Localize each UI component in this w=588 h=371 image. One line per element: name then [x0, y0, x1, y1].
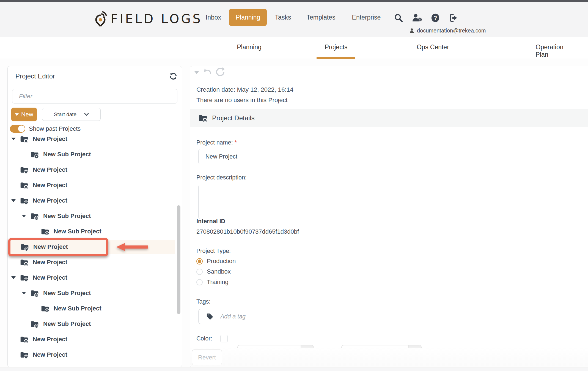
tab-planning[interactable]: Planning — [237, 43, 262, 51]
required-asterisk: * — [235, 139, 237, 146]
folder-settings-icon — [30, 289, 39, 297]
tree-item[interactable]: New Project — [8, 131, 182, 147]
caret-down-icon[interactable] — [22, 292, 26, 294]
nav-tasks[interactable]: Tasks — [274, 9, 292, 26]
folder-settings-icon — [30, 212, 39, 220]
creation-date: Creation date: May 12, 2022, 16:14 — [196, 84, 293, 95]
tree-item-label: New Project — [33, 135, 67, 143]
highlight-arrow-icon — [116, 242, 149, 252]
tree-item-label: New Project — [33, 182, 67, 189]
tree-item[interactable]: New Sub Project — [8, 301, 182, 316]
section-title: Project Details — [212, 114, 255, 122]
logout-icon[interactable] — [448, 13, 459, 23]
sort-select[interactable]: Start date — [42, 108, 101, 121]
nav-templates[interactable]: Templates — [305, 9, 337, 26]
folder-settings-icon — [20, 166, 29, 174]
chevron-down-icon — [84, 113, 89, 116]
nav-planning[interactable]: Planning — [229, 9, 267, 26]
tree-item[interactable]: New Project — [8, 178, 182, 193]
folder-settings-icon — [20, 258, 29, 266]
nav-inbox[interactable]: Inbox — [205, 9, 222, 26]
folder-settings-icon — [20, 135, 29, 143]
caret-down-icon[interactable] — [11, 276, 16, 279]
app-root: FIELD LOGS Inbox Planning Tasks Template… — [0, 0, 588, 371]
tree-item[interactable]: New Sub Project — [8, 208, 182, 224]
user-account[interactable]: documentation@trekea.com — [409, 28, 486, 34]
radio-button-icon — [196, 269, 203, 275]
caret-down-icon[interactable] — [11, 138, 16, 140]
folder-settings-icon — [40, 228, 50, 236]
help-icon[interactable]: ? — [431, 13, 440, 23]
nav-enterprise[interactable]: Enterprise — [350, 9, 383, 26]
project-type-group: Production Sandbox Training — [196, 256, 236, 287]
no-users-message: There are no users in this Project — [196, 95, 293, 105]
tree-scrollbar[interactable] — [177, 205, 180, 314]
app-header: FIELD LOGS Inbox Planning Tasks Template… — [0, 2, 588, 37]
color-picker[interactable] — [220, 335, 228, 342]
tree-item[interactable]: New Project — [8, 240, 175, 254]
tree-item[interactable]: New Sub Project — [8, 224, 182, 239]
project-name-input[interactable]: New Project — [198, 149, 588, 164]
folder-settings-icon — [20, 351, 29, 359]
tab-ops-center[interactable]: Ops Center — [417, 43, 449, 51]
project-description-textarea[interactable] — [198, 185, 588, 219]
radio-button-icon — [196, 279, 203, 285]
logo-text: FIELD LOGS — [111, 12, 202, 26]
tree-item[interactable]: New Project — [8, 332, 182, 347]
form-footer: Revert — [190, 348, 588, 367]
tree-item-label: New Sub Project — [43, 212, 91, 220]
radio-production[interactable]: Production — [196, 256, 236, 266]
tree-item-label: New Project — [33, 197, 67, 204]
new-project-button[interactable]: New — [11, 108, 37, 121]
radio-label: Training — [207, 279, 229, 286]
tree-item[interactable]: New Sub Project — [8, 285, 182, 301]
folder-settings-icon — [40, 305, 50, 313]
caret-down-icon[interactable] — [194, 71, 199, 74]
radio-label: Production — [207, 258, 236, 265]
filter-placeholder: Filter — [19, 93, 32, 100]
tab-projects[interactable]: Projects — [325, 43, 347, 51]
refresh-icon[interactable] — [169, 72, 177, 80]
folder-settings-icon — [30, 151, 39, 159]
tree-item-label: New Sub Project — [43, 290, 91, 297]
tab-operation-plan[interactable]: Operation Plan — [536, 43, 571, 58]
window-top-bar — [0, 0, 588, 2]
svg-text:?: ? — [434, 15, 437, 21]
app-logo[interactable]: FIELD LOGS — [95, 11, 202, 26]
tree-item[interactable]: New Project — [8, 162, 182, 178]
tree-item[interactable]: New Project — [8, 347, 182, 362]
revert-button[interactable]: Revert — [192, 350, 222, 365]
new-button-label: New — [21, 111, 33, 118]
project-name-value: New Project — [205, 153, 237, 160]
folder-settings-icon — [20, 197, 29, 205]
tree-item[interactable]: New Sub Project — [8, 316, 182, 332]
tags-label: Tags: — [196, 298, 210, 305]
radio-sandbox[interactable]: Sandbox — [196, 266, 236, 277]
tree-item-label: New Project — [33, 243, 68, 250]
tree-item-label: New Project — [33, 259, 67, 266]
tree-item-label: New Project — [33, 336, 67, 343]
caret-down-icon[interactable] — [22, 215, 26, 217]
tree-item-label: New Sub Project — [43, 151, 91, 158]
project-name-label: Project name:* — [196, 139, 237, 146]
color-label: Color: — [196, 335, 212, 342]
caret-down-icon[interactable] — [11, 199, 16, 202]
panel-header: Project Editor — [8, 66, 182, 86]
folder-settings-icon — [20, 181, 29, 189]
tree-item[interactable]: New Project — [8, 270, 182, 285]
tree-item[interactable]: New Project — [8, 193, 182, 208]
redo-icon[interactable] — [215, 67, 226, 77]
user-settings-icon[interactable] — [410, 13, 424, 23]
tree-item[interactable]: New Project — [8, 255, 182, 270]
undo-icon[interactable] — [202, 67, 213, 77]
project-type-label: Project Type: — [196, 248, 231, 255]
folder-settings-icon — [20, 243, 29, 251]
tags-input[interactable]: Add a tag — [198, 309, 588, 324]
filter-input[interactable]: Filter — [12, 89, 177, 103]
radio-training[interactable]: Training — [196, 277, 236, 287]
search-icon[interactable] — [394, 13, 403, 23]
internal-id-label: Internal ID — [196, 218, 225, 225]
tree-item[interactable]: New Sub Project — [8, 147, 182, 162]
internal-id-value: 270802801b10b0f90737dd65f1d3d0bf — [196, 228, 299, 235]
tree-item-label: New Project — [33, 351, 67, 358]
